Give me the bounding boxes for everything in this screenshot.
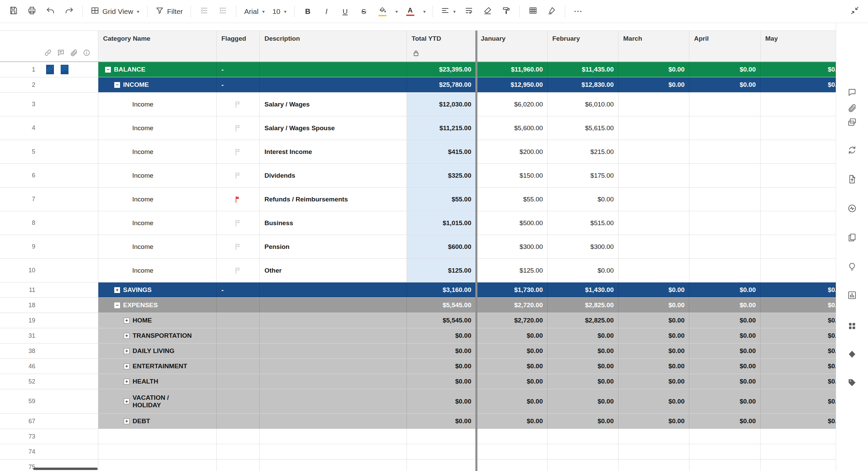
row-handle-7[interactable]: 7	[0, 188, 98, 211]
cell-1-april[interactable]: $0.00	[689, 62, 761, 77]
cell-18-january[interactable]: $2,720.00	[476, 298, 548, 313]
cell-19-april[interactable]: $0.00	[689, 313, 761, 328]
cell-67-total[interactable]: $0.00	[407, 414, 476, 429]
cell-59-april[interactable]: $0.00	[689, 389, 761, 413]
font-size-select[interactable]: 10 ▾	[269, 3, 289, 20]
cell-8-category[interactable]: Income	[98, 211, 217, 235]
cell-73-february[interactable]	[548, 429, 618, 444]
cell-8-description[interactable]: Business	[260, 211, 407, 235]
charts-icon[interactable]	[848, 291, 857, 301]
cell-52-total[interactable]: $0.00	[407, 374, 476, 389]
cell-73-april[interactable]	[689, 429, 761, 444]
cell-67-flagged[interactable]	[217, 414, 260, 429]
cell-31-flagged[interactable]	[217, 328, 260, 343]
expand-toggle-icon[interactable]: +	[124, 379, 130, 385]
cell-59-flagged[interactable]	[217, 389, 260, 413]
cell-46-category[interactable]: +ENTERTAINMENT	[98, 359, 217, 374]
cell-19-january[interactable]: $2,720.00	[476, 313, 548, 328]
cell-9-description[interactable]: Pension	[260, 235, 407, 258]
comments-icon[interactable]	[61, 65, 68, 74]
cell-4-march[interactable]	[618, 116, 689, 140]
cell-1-flagged[interactable]: -	[217, 62, 260, 77]
cell-9-flagged[interactable]	[217, 235, 260, 258]
cell-8-march[interactable]	[618, 211, 689, 235]
cell-75-january[interactable]	[476, 459, 548, 471]
premium-icon[interactable]	[848, 350, 857, 360]
cell-9-category[interactable]: Income	[98, 235, 217, 258]
cell-75-april[interactable]	[689, 459, 761, 471]
proofs-icon[interactable]	[848, 118, 857, 128]
comments-icon[interactable]	[848, 88, 857, 98]
cell-10-description[interactable]: Other	[260, 259, 407, 282]
cell-74-total[interactable]	[407, 444, 476, 459]
cell-19-march[interactable]: $0.00	[618, 313, 689, 328]
column-header-flagged[interactable]: Flagged	[217, 31, 260, 61]
row-handle-46[interactable]: 46	[0, 359, 98, 374]
cell-8-total[interactable]: $1,015.00	[407, 211, 476, 235]
cell-4-category[interactable]: Income	[98, 116, 217, 140]
row-handle-8[interactable]: 8	[0, 211, 98, 235]
cell-38-february[interactable]: $0.00	[548, 344, 618, 358]
cell-18-category[interactable]: −EXPENSES	[98, 298, 217, 313]
strikethrough-button[interactable]: S	[355, 3, 372, 20]
outdent-button[interactable]	[196, 3, 213, 20]
cell-59-description[interactable]	[260, 389, 407, 413]
redo-button[interactable]	[61, 3, 78, 20]
cell-2-description[interactable]	[260, 77, 407, 92]
update-requests-icon[interactable]	[848, 145, 857, 156]
cell-52-february[interactable]: $0.00	[548, 374, 618, 389]
cell-52-description[interactable]	[260, 374, 407, 389]
cell-6-description[interactable]: Dividends	[260, 164, 407, 187]
cell-19-category[interactable]: +HOME	[98, 313, 217, 328]
cell-5-january[interactable]: $200.00	[476, 140, 548, 163]
cell-8-january[interactable]: $500.00	[476, 211, 548, 235]
cell-11-april[interactable]: $0.00	[689, 282, 761, 297]
cell-38-april[interactable]: $0.00	[689, 344, 761, 358]
cell-46-april[interactable]: $0.00	[689, 359, 761, 374]
attachments-icon[interactable]	[848, 103, 857, 114]
cell-3-february[interactable]: $6,010.00	[548, 93, 618, 116]
cell-31-january[interactable]: $0.00	[476, 328, 548, 343]
cell-2-total[interactable]: $25,780.00	[407, 77, 476, 92]
column-header-january[interactable]: January	[476, 31, 548, 61]
cell-11-march[interactable]: $0.00	[618, 282, 689, 297]
collapse-toolbar-button[interactable]	[846, 3, 863, 20]
cell-75-may[interactable]	[761, 459, 836, 471]
text-color-button[interactable]: A	[402, 3, 419, 20]
cell-6-may[interactable]	[761, 164, 836, 187]
cell-4-flagged[interactable]	[217, 116, 260, 140]
cell-4-april[interactable]	[689, 116, 761, 140]
cell-73-march[interactable]	[618, 429, 689, 444]
row-handle-19[interactable]: 19	[0, 313, 98, 328]
cell-11-category[interactable]: +SAVINGS	[98, 282, 217, 297]
cell-59-february[interactable]: $0.00	[548, 389, 618, 413]
cell-38-total[interactable]: $0.00	[407, 344, 476, 358]
cell-10-january[interactable]: $125.00	[476, 259, 548, 282]
cell-3-april[interactable]	[689, 93, 761, 116]
cell-46-february[interactable]: $0.00	[548, 359, 618, 374]
cell-67-march[interactable]: $0.00	[618, 414, 689, 429]
cell-75-march[interactable]	[618, 459, 689, 471]
cell-5-total[interactable]: $415.00	[407, 140, 476, 163]
row-handle-73[interactable]: 73	[0, 429, 98, 444]
row-handle-2[interactable]: 2	[0, 77, 98, 92]
cell-3-category[interactable]: Income	[98, 93, 217, 116]
attachments-icon[interactable]	[70, 49, 78, 58]
cell-7-total[interactable]: $55.00	[407, 188, 476, 211]
cell-1-category[interactable]: −BALANCE	[98, 62, 217, 77]
cell-31-march[interactable]: $0.00	[618, 328, 689, 343]
fill-color-dropdown[interactable]: ▾	[393, 3, 400, 20]
cell-67-april[interactable]: $0.00	[689, 414, 761, 429]
cell-31-total[interactable]: $0.00	[407, 328, 476, 343]
format-painter-button[interactable]	[498, 3, 515, 20]
row-handle-67[interactable]: 67	[0, 414, 98, 429]
cell-4-total[interactable]: $11,215.00	[407, 116, 476, 140]
cell-46-flagged[interactable]	[217, 359, 260, 374]
cell-19-description[interactable]	[260, 313, 407, 328]
cell-59-may[interactable]: $0.00	[761, 389, 836, 413]
cell-67-january[interactable]: $0.00	[476, 414, 548, 429]
expand-toggle-icon[interactable]: +	[124, 398, 130, 404]
cell-52-january[interactable]: $0.00	[476, 374, 548, 389]
cell-6-april[interactable]	[689, 164, 761, 187]
cell-9-february[interactable]: $300.00	[548, 235, 618, 258]
